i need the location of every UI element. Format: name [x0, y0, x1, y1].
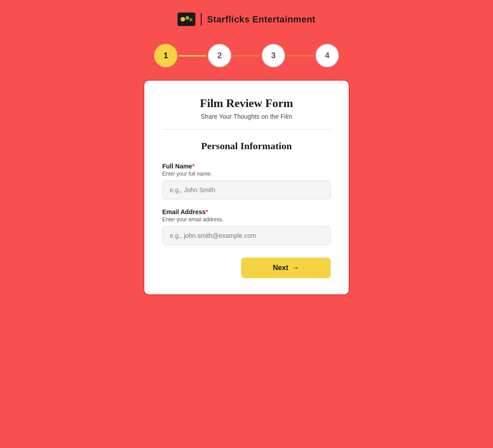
- next-button[interactable]: Next →: [241, 258, 331, 278]
- form-subtitle: Share Your Thoughts on the Film: [162, 113, 331, 120]
- step-4[interactable]: 4: [316, 44, 339, 67]
- logo-text: Starflicks Entertainment: [207, 14, 316, 25]
- arrow-icon: →: [292, 264, 299, 272]
- logo-divider: [201, 13, 202, 26]
- email-input[interactable]: [162, 226, 331, 245]
- step-connector-3-4: [287, 55, 314, 56]
- stepper: 1 2 3 4: [154, 44, 339, 67]
- full-name-field-group: Full Name* Enter your full name.: [162, 163, 331, 199]
- step-connector-1-2: [179, 55, 206, 56]
- step-1[interactable]: 1: [154, 44, 177, 67]
- full-name-label: Full Name*: [162, 163, 331, 170]
- step-3[interactable]: 3: [262, 44, 285, 67]
- email-label: Email Address*: [162, 208, 331, 215]
- svg-point-1: [181, 17, 185, 22]
- email-field-group: Email Address* Enter your email address.: [162, 208, 331, 245]
- email-hint: Enter your email address.: [162, 216, 331, 223]
- section-title: Personal Information: [162, 140, 331, 152]
- logo-icon: [177, 13, 195, 26]
- form-divider: [162, 129, 331, 129]
- svg-point-3: [189, 18, 192, 22]
- svg-point-2: [186, 16, 189, 20]
- step-2[interactable]: 2: [208, 44, 231, 67]
- step-connector-2-3: [233, 55, 260, 56]
- form-card: Film Review Form Share Your Thoughts on …: [143, 80, 350, 295]
- header: Starflicks Entertainment: [177, 13, 316, 26]
- full-name-input[interactable]: [162, 181, 331, 199]
- form-title: Film Review Form: [162, 97, 331, 110]
- full-name-hint: Enter your full name.: [162, 171, 331, 177]
- next-btn-wrapper: Next →: [162, 258, 331, 278]
